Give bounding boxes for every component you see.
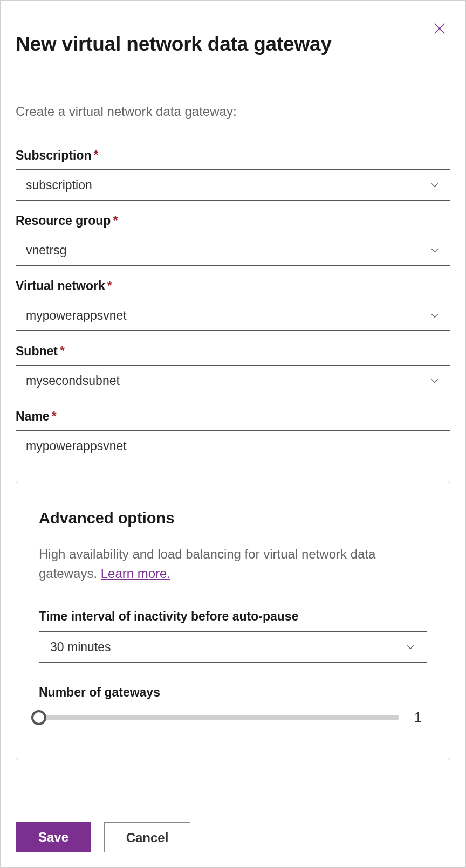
- time-interval-label: Time interval of inactivity before auto-…: [39, 609, 427, 624]
- virtual-network-value: mypowerappsvnet: [26, 308, 127, 323]
- panel-subtitle: Create a virtual network data gateway:: [16, 104, 450, 119]
- subnet-value: mysecondsubnet: [26, 374, 120, 388]
- required-marker: *: [107, 279, 112, 293]
- time-interval-value: 30 minutes: [50, 640, 111, 655]
- required-marker: *: [94, 148, 99, 162]
- required-marker: *: [52, 409, 57, 423]
- resource-group-value: vnetrsg: [26, 243, 66, 258]
- advanced-options-card: Advanced options High availability and l…: [16, 481, 450, 760]
- name-input[interactable]: [16, 430, 450, 461]
- subscription-field: Subscription* subscription: [16, 148, 450, 201]
- learn-more-link[interactable]: Learn more.: [101, 566, 170, 581]
- panel-title: New virtual network data gateway: [16, 33, 450, 56]
- subscription-value: subscription: [26, 178, 92, 192]
- advanced-desc-text: High availability and load balancing for…: [39, 547, 375, 581]
- subscription-label-text: Subscription: [16, 148, 92, 162]
- gateways-label: Number of gateways: [39, 685, 427, 700]
- gateways-slider[interactable]: [39, 715, 399, 720]
- virtual-network-field: Virtual network* mypowerappsvnet: [16, 279, 450, 331]
- resource-group-dropdown[interactable]: vnetrsg: [16, 235, 450, 266]
- chevron-down-icon: [429, 245, 440, 256]
- name-label-text: Name: [16, 409, 50, 423]
- panel-footer: Save Cancel: [16, 822, 190, 852]
- close-button[interactable]: [429, 18, 450, 39]
- close-icon: [432, 21, 447, 36]
- resource-group-label-text: Resource group: [16, 213, 111, 228]
- subnet-dropdown[interactable]: mysecondsubnet: [16, 365, 450, 396]
- virtual-network-label-text: Virtual network: [16, 279, 105, 293]
- virtual-network-dropdown[interactable]: mypowerappsvnet: [16, 300, 450, 331]
- resource-group-label: Resource group*: [16, 213, 450, 228]
- gateways-slider-row: 1: [39, 709, 427, 725]
- required-marker: *: [113, 213, 118, 228]
- chevron-down-icon: [429, 375, 440, 386]
- gateway-panel: New virtual network data gateway Create …: [1, 1, 465, 867]
- subnet-label-text: Subnet: [16, 344, 58, 358]
- advanced-options-description: High availability and load balancing for…: [39, 545, 427, 583]
- virtual-network-label: Virtual network*: [16, 279, 450, 293]
- subnet-field: Subnet* mysecondsubnet: [16, 344, 450, 396]
- required-marker: *: [60, 344, 65, 358]
- gateways-value: 1: [414, 709, 427, 725]
- chevron-down-icon: [429, 180, 440, 190]
- subscription-dropdown[interactable]: subscription: [16, 169, 450, 201]
- save-button[interactable]: Save: [16, 822, 91, 852]
- subscription-label: Subscription*: [16, 148, 450, 163]
- name-field: Name*: [16, 409, 450, 461]
- resource-group-field: Resource group* vnetrsg: [16, 213, 450, 266]
- gateways-slider-thumb[interactable]: [31, 710, 46, 725]
- chevron-down-icon: [429, 310, 440, 321]
- cancel-button[interactable]: Cancel: [104, 822, 190, 852]
- time-interval-dropdown[interactable]: 30 minutes: [39, 631, 427, 663]
- subnet-label: Subnet*: [16, 344, 450, 359]
- chevron-down-icon: [405, 642, 416, 652]
- advanced-options-title: Advanced options: [39, 509, 427, 527]
- name-label: Name*: [16, 409, 450, 424]
